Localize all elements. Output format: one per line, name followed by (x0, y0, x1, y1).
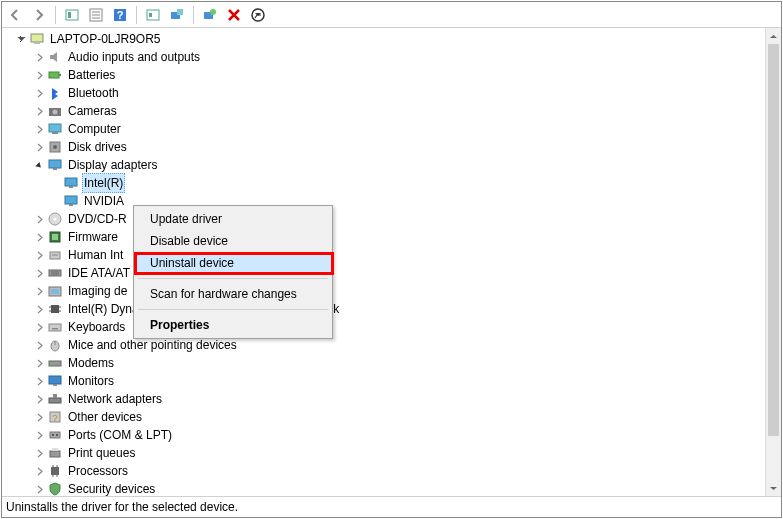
cpu-icon (47, 463, 63, 479)
tree-category[interactable]: Bluetooth (6, 84, 765, 102)
scan-hardware-button[interactable] (199, 4, 221, 26)
tree-category[interactable]: Print queues (6, 444, 765, 462)
tree-device[interactable]: Intel(R) (6, 174, 765, 192)
expand-icon[interactable] (32, 338, 46, 352)
tree-category[interactable]: Computer (6, 120, 765, 138)
tree-category[interactable]: Monitors (6, 372, 765, 390)
status-text: Uninstalls the driver for the selected d… (6, 500, 238, 514)
expand-icon[interactable] (32, 392, 46, 406)
remove-button[interactable] (223, 4, 245, 26)
expand-icon[interactable] (32, 428, 46, 442)
expand-icon[interactable] (32, 68, 46, 82)
tree-category[interactable]: Modems (6, 354, 765, 372)
expand-icon[interactable] (32, 284, 46, 298)
tree-category[interactable]: Human Int (6, 246, 765, 264)
tree-category[interactable]: Cameras (6, 102, 765, 120)
expand-icon[interactable] (32, 212, 46, 226)
svg-rect-60 (52, 434, 54, 436)
tree-category[interactable]: Network adapters (6, 390, 765, 408)
expand-icon[interactable] (32, 140, 46, 154)
scroll-up-button[interactable] (766, 28, 781, 44)
category-label: Security devices (66, 480, 157, 496)
expand-icon[interactable] (32, 320, 46, 334)
expand-icon[interactable] (32, 266, 46, 280)
modem-icon (47, 355, 63, 371)
category-label: Print queues (66, 444, 137, 462)
device-tree-panel: LAPTOP-0LJR9OR5 Audio inputs and outputs… (2, 28, 781, 497)
context-menu: Update driverDisable deviceUninstall dev… (133, 205, 333, 339)
category-label: Audio inputs and outputs (66, 48, 202, 66)
update-driver-button[interactable] (142, 4, 164, 26)
back-button[interactable] (4, 4, 26, 26)
menu-item[interactable]: Update driver (136, 208, 330, 230)
tree-category[interactable]: Disk drives (6, 138, 765, 156)
tree-category[interactable]: Keyboards (6, 318, 765, 336)
svg-rect-8 (147, 10, 159, 20)
expand-icon[interactable] (32, 446, 46, 460)
tree-category[interactable]: Firmware (6, 228, 765, 246)
tree-category[interactable]: Ports (COM & LPT) (6, 426, 765, 444)
category-label: Modems (66, 354, 116, 372)
category-label: Cameras (66, 102, 119, 120)
svg-text:?: ? (52, 413, 57, 423)
scroll-down-button[interactable] (766, 480, 781, 496)
expand-icon[interactable] (32, 86, 46, 100)
tree-category[interactable]: IDE ATA/AT (6, 264, 765, 282)
category-label: Processors (66, 462, 130, 480)
tree-category[interactable]: Security devices (6, 480, 765, 496)
more-button[interactable] (247, 4, 269, 26)
tree-category[interactable]: Processors (6, 462, 765, 480)
device-tree[interactable]: LAPTOP-0LJR9OR5 Audio inputs and outputs… (2, 28, 765, 496)
expand-icon[interactable] (32, 464, 46, 478)
tree-category[interactable]: Intel(R) Dynamic Platform and Thermal Fr… (6, 300, 765, 318)
help-button[interactable]: ? (109, 4, 131, 26)
computer-icon (29, 31, 45, 47)
expand-icon[interactable] (32, 122, 46, 136)
expand-icon[interactable] (32, 104, 46, 118)
display-adapter-icon (63, 175, 79, 191)
svg-point-32 (54, 218, 57, 221)
svg-rect-42 (51, 305, 59, 313)
expand-icon[interactable] (32, 230, 46, 244)
svg-rect-53 (49, 376, 61, 384)
menu-item[interactable]: Disable device (136, 230, 330, 252)
svg-rect-55 (49, 398, 61, 403)
menu-item[interactable]: Uninstall device (136, 252, 330, 274)
svg-rect-62 (50, 451, 60, 457)
menu-item[interactable]: Properties (136, 314, 330, 336)
tree-category[interactable]: Audio inputs and outputs (6, 48, 765, 66)
expand-icon[interactable] (14, 32, 28, 46)
expand-icon[interactable] (32, 410, 46, 424)
tree-category[interactable]: Display adapters (6, 156, 765, 174)
category-label: Batteries (66, 66, 117, 84)
tree-category[interactable]: ?Other devices (6, 408, 765, 426)
tree-category[interactable]: Imaging de (6, 282, 765, 300)
expand-icon[interactable] (32, 248, 46, 262)
expand-icon[interactable] (32, 50, 46, 64)
menu-separator (138, 309, 328, 310)
forward-button[interactable] (28, 4, 50, 26)
expand-icon[interactable] (32, 482, 46, 496)
tree-category[interactable]: Mice and other pointing devices (6, 336, 765, 354)
collapse-icon[interactable] (32, 158, 46, 172)
toolbar: ? (2, 2, 781, 28)
svg-point-24 (53, 145, 57, 149)
toolbar-sep (136, 6, 137, 24)
expand-icon[interactable] (32, 374, 46, 388)
tree-category[interactable]: Batteries (6, 66, 765, 84)
uninstall-button[interactable] (166, 4, 188, 26)
printer-icon (47, 445, 63, 461)
tree-device[interactable]: NVIDIA (6, 192, 765, 210)
scroll-thumb[interactable] (768, 44, 779, 436)
tree-root[interactable]: LAPTOP-0LJR9OR5 (6, 30, 765, 48)
tree-category[interactable]: DVD/CD-R (6, 210, 765, 228)
expand-icon[interactable] (32, 302, 46, 316)
scroll-track[interactable] (766, 44, 781, 480)
expand-icon[interactable] (32, 356, 46, 370)
menu-item[interactable]: Scan for hardware changes (136, 283, 330, 305)
show-hidden-button[interactable] (61, 4, 83, 26)
svg-rect-27 (65, 178, 77, 186)
vertical-scrollbar[interactable] (765, 28, 781, 496)
properties-button[interactable] (85, 4, 107, 26)
svg-rect-29 (65, 196, 77, 204)
